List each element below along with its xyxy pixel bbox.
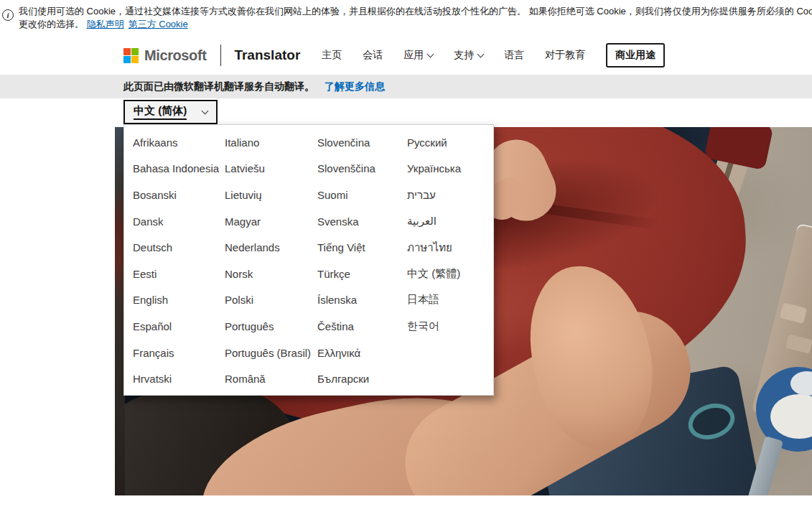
language-menu: Afrikaans Bahasa Indonesia Bosanski Dans…	[123, 124, 494, 396]
language-option[interactable]: Italiano	[225, 129, 317, 156]
language-option[interactable]: Svenska	[317, 208, 407, 235]
language-option[interactable]: Français	[133, 340, 225, 366]
language-option[interactable]: Español	[133, 313, 225, 340]
learn-more-link[interactable]: 了解更多信息	[325, 80, 385, 93]
product-name[interactable]: Translator	[234, 47, 300, 63]
language-column-4: Русский Українська עברית العربية ภาษาไทย…	[407, 129, 503, 392]
language-option[interactable]: Slovenčina	[317, 129, 407, 156]
chevron-down-icon	[427, 51, 434, 58]
cookie-text: 我们使用可选的 Cookie，通过社交媒体连接等方式改善你在我们网站上的体验，并…	[19, 5, 812, 31]
cookie-line2: 更改你的选择。 隐私声明第三方 Cookie	[19, 18, 812, 31]
info-icon: i	[2, 9, 14, 21]
business-use-button[interactable]: 商业用途	[606, 43, 665, 67]
language-picker-button[interactable]: 中文 (简体)	[123, 100, 218, 124]
language-option[interactable]: Українська	[407, 156, 503, 182]
language-option[interactable]: Română	[225, 365, 317, 392]
language-option[interactable]: Polski	[225, 287, 317, 314]
cookie-banner: i 我们使用可选的 Cookie，通过社交媒体连接等方式改善你在我们网站上的体验…	[0, 0, 812, 36]
language-option[interactable]: English	[133, 287, 225, 314]
language-option[interactable]: Nederlands	[225, 234, 317, 261]
language-option[interactable]: Deutsch	[133, 234, 225, 261]
main-nav: 主页 会话 应用 支持 语言 对于教育	[322, 49, 585, 62]
logo-square-yellow	[131, 56, 139, 63]
nav-item-education[interactable]: 对于教育	[545, 49, 585, 62]
notice-bar: 此页面已由微软翻译机翻译服务自动翻译。 了解更多信息	[0, 75, 812, 98]
language-option[interactable]: Türkçe	[317, 261, 407, 287]
privacy-statement-link[interactable]: 隐私声明	[87, 19, 124, 29]
language-option[interactable]: Русский	[407, 129, 503, 156]
header-divider	[220, 45, 221, 66]
language-option[interactable]: Hrvatski	[133, 365, 225, 392]
language-option[interactable]: Norsk	[225, 261, 317, 287]
notice-text: 此页面已由微软翻译机翻译服务自动翻译。	[123, 80, 314, 93]
language-option[interactable]: Bosanski	[133, 182, 225, 208]
language-option[interactable]: Eesti	[133, 261, 225, 287]
language-option[interactable]: ภาษาไทย	[407, 234, 503, 261]
language-option[interactable]: 한국어	[407, 313, 503, 340]
language-option[interactable]: Slovenščina	[317, 156, 407, 182]
cookie-line1: 我们使用可选的 Cookie，通过社交媒体连接等方式改善你在我们网站上的体验，并…	[19, 5, 812, 18]
language-option[interactable]: Latviešu	[225, 156, 317, 182]
cookie-line2-text: 更改你的选择。	[19, 19, 84, 29]
microsoft-logo[interactable]	[123, 48, 139, 63]
language-option[interactable]: 日本語	[407, 287, 503, 314]
third-party-cookie-link[interactable]: 第三方 Cookie	[129, 19, 188, 29]
language-option[interactable]: Български	[317, 365, 407, 392]
language-option[interactable]: Português	[225, 313, 317, 340]
language-option[interactable]: עברית	[407, 182, 503, 208]
language-option[interactable]: Íslenska	[317, 287, 407, 314]
language-option[interactable]: Ελληνικά	[317, 340, 407, 366]
language-option[interactable]: Português (Brasil)	[225, 340, 317, 366]
nav-item-apps[interactable]: 应用	[403, 49, 433, 62]
nav-item-languages[interactable]: 语言	[504, 49, 524, 62]
language-option[interactable]: Bahasa Indonesia	[133, 156, 225, 182]
site-header: Microsoft Translator 主页 会话 应用 支持 语言 对于教育…	[0, 36, 812, 75]
language-option[interactable]: Suomi	[317, 182, 407, 208]
language-option[interactable]: Lietuvių	[225, 182, 317, 208]
language-column-1: Afrikaans Bahasa Indonesia Bosanski Dans…	[133, 129, 225, 392]
language-option[interactable]: 中文 (繁體)	[407, 261, 503, 287]
logo-square-red	[123, 48, 131, 55]
language-picker-label: 中文 (简体)	[134, 104, 187, 120]
translator-page: i 我们使用可选的 Cookie，通过社交媒体连接等方式改善你在我们网站上的体验…	[0, 0, 812, 517]
chevron-down-icon	[477, 51, 485, 58]
language-option[interactable]: Afrikaans	[133, 129, 225, 156]
language-option[interactable]: العربية	[407, 208, 503, 235]
microsoft-wordmark[interactable]: Microsoft	[144, 47, 206, 64]
language-option[interactable]: Čeština	[317, 313, 407, 340]
nav-item-support[interactable]: 支持	[454, 49, 483, 62]
logo-square-blue	[123, 56, 131, 63]
language-option[interactable]: Magyar	[225, 208, 317, 235]
logo-square-green	[131, 48, 139, 55]
language-column-2: Italiano Latviešu Lietuvių Magyar Nederl…	[225, 129, 317, 392]
language-column-3: Slovenčina Slovenščina Suomi Svenska Tiế…	[317, 129, 407, 392]
language-option[interactable]: Tiếng Việt	[317, 234, 407, 261]
nav-item-conversation[interactable]: 会话	[363, 49, 383, 62]
chevron-down-icon	[202, 108, 209, 115]
language-option[interactable]: Dansk	[133, 208, 225, 235]
nav-item-home[interactable]: 主页	[322, 49, 342, 62]
